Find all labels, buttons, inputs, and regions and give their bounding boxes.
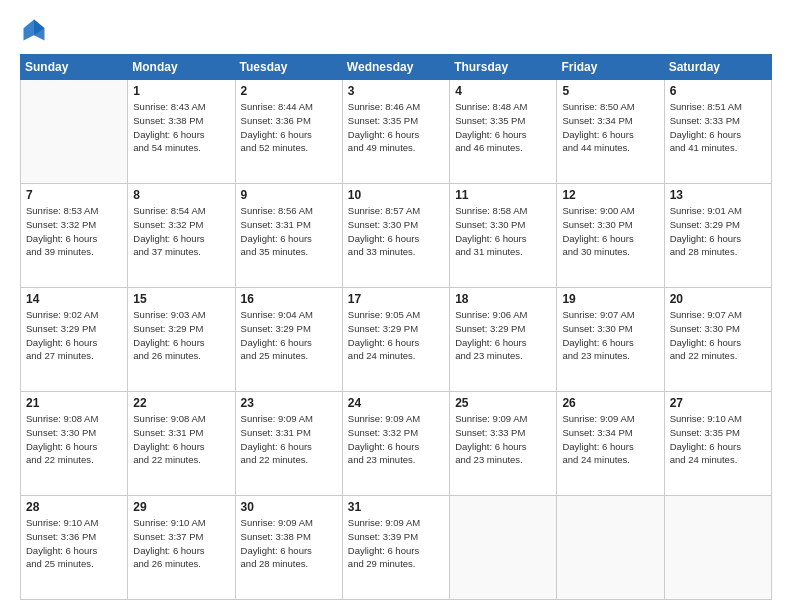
day-info: Sunrise: 9:10 AMSunset: 3:37 PMDaylight:… <box>133 516 229 571</box>
day-info: Sunrise: 9:10 AMSunset: 3:35 PMDaylight:… <box>670 412 766 467</box>
day-info: Sunrise: 9:07 AMSunset: 3:30 PMDaylight:… <box>670 308 766 363</box>
day-info: Sunrise: 9:00 AMSunset: 3:30 PMDaylight:… <box>562 204 658 259</box>
weekday-header-friday: Friday <box>557 55 664 80</box>
calendar-cell <box>557 496 664 600</box>
calendar-cell <box>450 496 557 600</box>
calendar-cell: 20Sunrise: 9:07 AMSunset: 3:30 PMDayligh… <box>664 288 771 392</box>
calendar-cell: 26Sunrise: 9:09 AMSunset: 3:34 PMDayligh… <box>557 392 664 496</box>
day-info: Sunrise: 9:09 AMSunset: 3:38 PMDaylight:… <box>241 516 337 571</box>
day-info: Sunrise: 8:48 AMSunset: 3:35 PMDaylight:… <box>455 100 551 155</box>
calendar-cell: 9Sunrise: 8:56 AMSunset: 3:31 PMDaylight… <box>235 184 342 288</box>
calendar-cell: 11Sunrise: 8:58 AMSunset: 3:30 PMDayligh… <box>450 184 557 288</box>
calendar-cell: 30Sunrise: 9:09 AMSunset: 3:38 PMDayligh… <box>235 496 342 600</box>
calendar-cell: 21Sunrise: 9:08 AMSunset: 3:30 PMDayligh… <box>21 392 128 496</box>
calendar-cell: 13Sunrise: 9:01 AMSunset: 3:29 PMDayligh… <box>664 184 771 288</box>
day-number: 2 <box>241 84 337 98</box>
calendar-week-row: 14Sunrise: 9:02 AMSunset: 3:29 PMDayligh… <box>21 288 772 392</box>
calendar-cell: 18Sunrise: 9:06 AMSunset: 3:29 PMDayligh… <box>450 288 557 392</box>
day-info: Sunrise: 9:02 AMSunset: 3:29 PMDaylight:… <box>26 308 122 363</box>
calendar-cell: 1Sunrise: 8:43 AMSunset: 3:38 PMDaylight… <box>128 80 235 184</box>
day-number: 25 <box>455 396 551 410</box>
day-number: 24 <box>348 396 444 410</box>
calendar-week-row: 1Sunrise: 8:43 AMSunset: 3:38 PMDaylight… <box>21 80 772 184</box>
day-number: 7 <box>26 188 122 202</box>
day-info: Sunrise: 8:57 AMSunset: 3:30 PMDaylight:… <box>348 204 444 259</box>
weekday-header-tuesday: Tuesday <box>235 55 342 80</box>
day-number: 13 <box>670 188 766 202</box>
day-info: Sunrise: 8:51 AMSunset: 3:33 PMDaylight:… <box>670 100 766 155</box>
day-info: Sunrise: 9:03 AMSunset: 3:29 PMDaylight:… <box>133 308 229 363</box>
day-number: 11 <box>455 188 551 202</box>
day-info: Sunrise: 8:50 AMSunset: 3:34 PMDaylight:… <box>562 100 658 155</box>
day-number: 1 <box>133 84 229 98</box>
day-number: 27 <box>670 396 766 410</box>
calendar-cell: 22Sunrise: 9:08 AMSunset: 3:31 PMDayligh… <box>128 392 235 496</box>
calendar-cell: 19Sunrise: 9:07 AMSunset: 3:30 PMDayligh… <box>557 288 664 392</box>
calendar-cell: 17Sunrise: 9:05 AMSunset: 3:29 PMDayligh… <box>342 288 449 392</box>
calendar-cell: 15Sunrise: 9:03 AMSunset: 3:29 PMDayligh… <box>128 288 235 392</box>
day-number: 23 <box>241 396 337 410</box>
day-info: Sunrise: 9:06 AMSunset: 3:29 PMDaylight:… <box>455 308 551 363</box>
day-info: Sunrise: 8:54 AMSunset: 3:32 PMDaylight:… <box>133 204 229 259</box>
day-info: Sunrise: 9:09 AMSunset: 3:33 PMDaylight:… <box>455 412 551 467</box>
calendar-cell: 28Sunrise: 9:10 AMSunset: 3:36 PMDayligh… <box>21 496 128 600</box>
weekday-header-row: SundayMondayTuesdayWednesdayThursdayFrid… <box>21 55 772 80</box>
logo <box>20 16 52 44</box>
day-info: Sunrise: 9:05 AMSunset: 3:29 PMDaylight:… <box>348 308 444 363</box>
day-number: 30 <box>241 500 337 514</box>
day-info: Sunrise: 9:09 AMSunset: 3:34 PMDaylight:… <box>562 412 658 467</box>
calendar-cell: 12Sunrise: 9:00 AMSunset: 3:30 PMDayligh… <box>557 184 664 288</box>
day-number: 18 <box>455 292 551 306</box>
day-number: 5 <box>562 84 658 98</box>
day-number: 21 <box>26 396 122 410</box>
page: SundayMondayTuesdayWednesdayThursdayFrid… <box>0 0 792 612</box>
day-info: Sunrise: 8:46 AMSunset: 3:35 PMDaylight:… <box>348 100 444 155</box>
calendar-cell: 24Sunrise: 9:09 AMSunset: 3:32 PMDayligh… <box>342 392 449 496</box>
day-number: 15 <box>133 292 229 306</box>
day-info: Sunrise: 8:58 AMSunset: 3:30 PMDaylight:… <box>455 204 551 259</box>
calendar-cell: 29Sunrise: 9:10 AMSunset: 3:37 PMDayligh… <box>128 496 235 600</box>
day-info: Sunrise: 9:08 AMSunset: 3:30 PMDaylight:… <box>26 412 122 467</box>
weekday-header-sunday: Sunday <box>21 55 128 80</box>
day-info: Sunrise: 9:01 AMSunset: 3:29 PMDaylight:… <box>670 204 766 259</box>
calendar-table: SundayMondayTuesdayWednesdayThursdayFrid… <box>20 54 772 600</box>
day-info: Sunrise: 8:43 AMSunset: 3:38 PMDaylight:… <box>133 100 229 155</box>
weekday-header-saturday: Saturday <box>664 55 771 80</box>
calendar-cell <box>21 80 128 184</box>
calendar-cell: 5Sunrise: 8:50 AMSunset: 3:34 PMDaylight… <box>557 80 664 184</box>
calendar-cell: 4Sunrise: 8:48 AMSunset: 3:35 PMDaylight… <box>450 80 557 184</box>
day-info: Sunrise: 8:44 AMSunset: 3:36 PMDaylight:… <box>241 100 337 155</box>
calendar-cell: 8Sunrise: 8:54 AMSunset: 3:32 PMDaylight… <box>128 184 235 288</box>
calendar-week-row: 7Sunrise: 8:53 AMSunset: 3:32 PMDaylight… <box>21 184 772 288</box>
day-number: 8 <box>133 188 229 202</box>
weekday-header-thursday: Thursday <box>450 55 557 80</box>
day-number: 19 <box>562 292 658 306</box>
calendar-week-row: 28Sunrise: 9:10 AMSunset: 3:36 PMDayligh… <box>21 496 772 600</box>
day-number: 12 <box>562 188 658 202</box>
calendar-cell: 31Sunrise: 9:09 AMSunset: 3:39 PMDayligh… <box>342 496 449 600</box>
day-info: Sunrise: 9:09 AMSunset: 3:39 PMDaylight:… <box>348 516 444 571</box>
day-info: Sunrise: 8:53 AMSunset: 3:32 PMDaylight:… <box>26 204 122 259</box>
day-info: Sunrise: 9:09 AMSunset: 3:31 PMDaylight:… <box>241 412 337 467</box>
day-info: Sunrise: 9:10 AMSunset: 3:36 PMDaylight:… <box>26 516 122 571</box>
calendar-week-row: 21Sunrise: 9:08 AMSunset: 3:30 PMDayligh… <box>21 392 772 496</box>
day-number: 3 <box>348 84 444 98</box>
day-number: 20 <box>670 292 766 306</box>
header <box>20 16 772 44</box>
calendar-cell: 23Sunrise: 9:09 AMSunset: 3:31 PMDayligh… <box>235 392 342 496</box>
calendar-cell: 16Sunrise: 9:04 AMSunset: 3:29 PMDayligh… <box>235 288 342 392</box>
day-number: 4 <box>455 84 551 98</box>
logo-icon <box>20 16 48 44</box>
calendar-cell: 25Sunrise: 9:09 AMSunset: 3:33 PMDayligh… <box>450 392 557 496</box>
day-number: 9 <box>241 188 337 202</box>
day-number: 16 <box>241 292 337 306</box>
day-number: 10 <box>348 188 444 202</box>
day-number: 28 <box>26 500 122 514</box>
calendar-cell: 3Sunrise: 8:46 AMSunset: 3:35 PMDaylight… <box>342 80 449 184</box>
calendar-cell: 27Sunrise: 9:10 AMSunset: 3:35 PMDayligh… <box>664 392 771 496</box>
calendar-cell: 7Sunrise: 8:53 AMSunset: 3:32 PMDaylight… <box>21 184 128 288</box>
calendar-cell: 14Sunrise: 9:02 AMSunset: 3:29 PMDayligh… <box>21 288 128 392</box>
calendar-cell: 2Sunrise: 8:44 AMSunset: 3:36 PMDaylight… <box>235 80 342 184</box>
day-info: Sunrise: 9:09 AMSunset: 3:32 PMDaylight:… <box>348 412 444 467</box>
weekday-header-monday: Monday <box>128 55 235 80</box>
